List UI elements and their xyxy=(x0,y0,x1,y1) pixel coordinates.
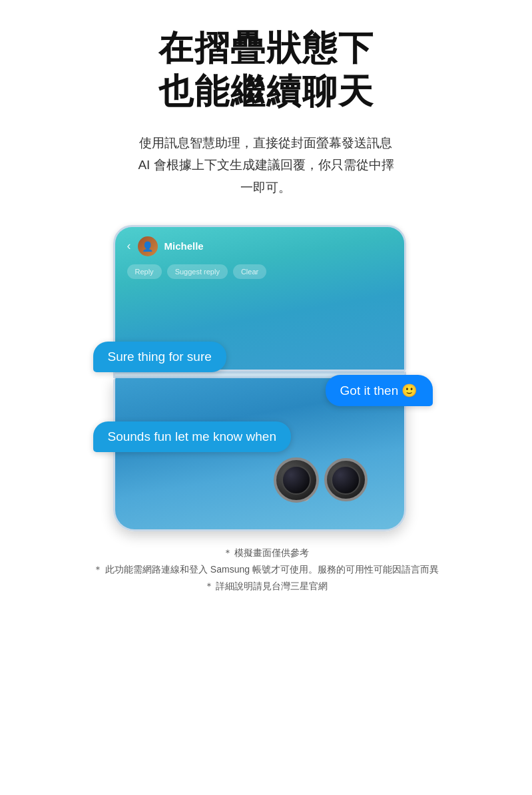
avatar: 👤 xyxy=(138,236,158,256)
back-arrow-icon: ‹ xyxy=(127,239,131,253)
suggestion-pill-2[interactable]: Suggest reply xyxy=(167,264,228,279)
page-subtitle: 使用訊息智慧助理，直接從封面螢幕發送訊息 AI 會根據上下文生成建議回覆，你只需… xyxy=(138,132,394,198)
footnote: ＊ 模擬畫面僅供參考 ＊ 此功能需網路連線和登入 Samsung 帳號才可使用。… xyxy=(93,545,439,595)
contact-name: Michelle xyxy=(164,240,204,252)
message-bubble-sure-thing: Sure thing for sure xyxy=(93,342,226,372)
camera-lens-inner-2 xyxy=(331,465,360,495)
suggestion-pill-3[interactable]: Clear xyxy=(233,264,266,279)
message-bubble-got-it: Got it then 🙂 xyxy=(326,375,433,406)
footnote-line3: ＊ 詳細說明請見台灣三星官網 xyxy=(93,578,439,595)
contact-header: ‹ 👤 Michelle xyxy=(127,236,392,256)
page-heading: 在摺疊狀態下 也能繼續聊天 xyxy=(158,27,374,113)
camera-lens-inner xyxy=(282,465,311,495)
footnote-line1: ＊ 模擬畫面僅供參考 xyxy=(93,545,439,561)
suggestion-row: Reply Suggest reply Clear xyxy=(127,264,392,279)
camera-lens-main xyxy=(274,457,319,503)
message-bubble-sounds-fun: Sounds fun let me know when xyxy=(93,421,292,452)
phone-mockup: ‹ 👤 Michelle Reply Suggest reply Clear S… xyxy=(93,225,439,531)
footnote-line2: ＊ 此功能需網路連線和登入 Samsung 帳號才可使用。服務的可用性可能因語言… xyxy=(93,561,439,578)
camera-module xyxy=(274,457,368,503)
suggestion-pill-1[interactable]: Reply xyxy=(127,264,162,279)
camera-lens-second xyxy=(324,458,368,501)
